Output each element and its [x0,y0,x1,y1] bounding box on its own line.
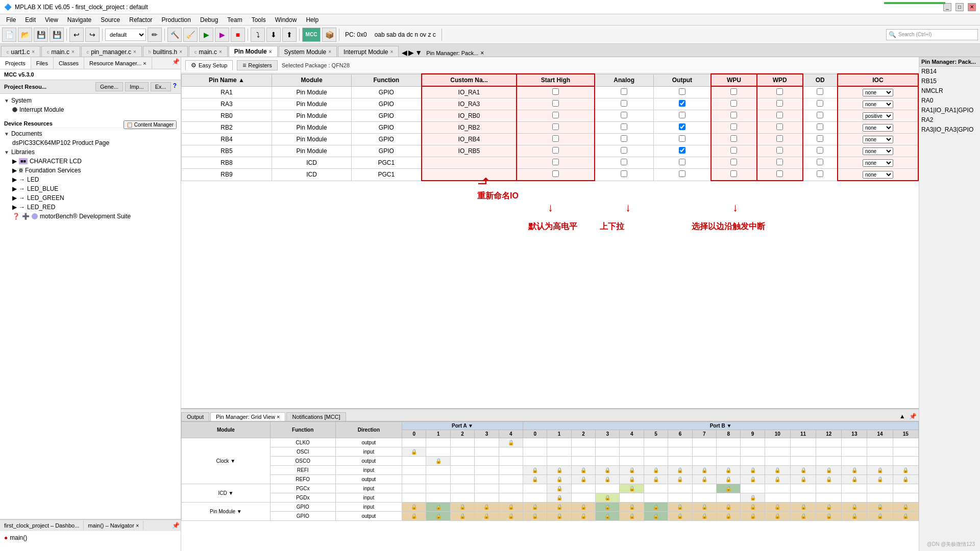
cell-ioc[interactable]: none [838,122,918,134]
cell-analog[interactable] [595,134,654,145]
menu-view[interactable]: View [41,15,62,24]
cell-refi-b13[interactable]: 🔒 [842,466,867,475]
sidebar-tab-files[interactable]: Files [31,57,54,69]
cell-refo-b13[interactable]: 🔒 [842,475,867,484]
cell-refo-b0[interactable]: 🔒 [523,475,547,484]
tree-led-blue[interactable]: ▶ → LED_BLUE [12,184,177,193]
minimize-panel-icon[interactable]: ▲ [899,413,905,420]
cell-od[interactable] [803,145,838,157]
cell-gpio-out-b1[interactable]: 🔒 [547,512,571,521]
cell-gpio-out-b2[interactable]: 🔒 [571,512,595,521]
cell-gpio-out-b5[interactable]: 🔒 [644,512,668,521]
cell-od[interactable] [803,169,838,181]
menu-navigate[interactable]: Navigate [63,15,95,24]
mcc-btn[interactable]: MCC [302,28,321,42]
cell-gpio-out-a0[interactable]: 🔒 [402,512,426,521]
cell-od[interactable] [803,122,838,134]
cell-gpio-in-b2[interactable]: 🔒 [571,503,595,512]
cell-refo-b11[interactable]: 🔒 [790,475,816,484]
cell-gpio-in-a3[interactable]: 🔒 [475,503,499,512]
cell-gpio-in-a2[interactable]: 🔒 [450,503,474,512]
cell-start-high[interactable] [517,122,594,134]
cell-refi-b6[interactable]: 🔒 [668,466,692,475]
cell-gpio-out-b6[interactable]: 🔒 [668,512,692,521]
new-btn[interactable]: 📄 [2,28,16,42]
tree-system[interactable]: ▼ System [4,96,177,105]
cell-refi-b0[interactable]: 🔒 [523,466,547,475]
cell-gpio-out-b13[interactable]: 🔒 [842,512,867,521]
cell-analog[interactable] [595,145,654,157]
run-btn[interactable]: ▶ [199,28,213,42]
cell-output[interactable] [653,122,711,134]
cell-analog[interactable] [595,157,654,169]
notifications-tab[interactable]: Notifications [MCC] [286,412,346,421]
tree-libraries[interactable]: ▼ Libraries [4,147,177,157]
help-icon[interactable]: ? [173,82,177,91]
cell-wpu[interactable] [711,169,757,181]
cell-ioc[interactable]: none [838,134,918,145]
cell-refo-b5[interactable]: 🔒 [644,475,668,484]
sidebar-tab-classes[interactable]: Classes [54,57,84,69]
cell-gpio-out-b12[interactable]: 🔒 [816,512,842,521]
cell-ioc[interactable]: nonepositive [838,110,918,122]
menu-tools[interactable]: Tools [248,15,270,24]
export-btn[interactable]: Ex... [151,82,171,91]
cell-refi-b3[interactable]: 🔒 [596,466,620,475]
cell-analog[interactable] [595,86,654,98]
cell-analog[interactable] [595,169,654,181]
cell-refi-b9[interactable]: 🔒 [741,466,765,475]
cell-wpd[interactable] [757,122,803,134]
navigator-tab[interactable]: main() – Navigator × [84,521,143,530]
cell-osco-a1[interactable]: 🔒 [426,457,450,466]
tab-pin-module[interactable]: Pin Module × [229,46,278,57]
cell-od[interactable] [803,86,838,98]
cell-wpu[interactable] [711,134,757,145]
cell-start-high[interactable] [517,169,594,181]
save-btn[interactable]: 💾 [34,28,48,42]
cell-output[interactable] [653,98,711,110]
cell-wpd[interactable] [757,169,803,181]
stop-btn[interactable]: ■ [231,28,245,42]
cell-start-high[interactable] [517,98,594,110]
cell-ioc[interactable]: none [838,157,918,169]
cell-refi-b4[interactable]: 🔒 [620,466,644,475]
cell-gpio-in-b4[interactable]: 🔒 [620,503,644,512]
menu-source[interactable]: Source [96,15,124,24]
sidebar-pin-icon[interactable]: 📌 [172,58,180,65]
cell-refi-b14[interactable]: 🔒 [867,466,893,475]
cell-wpd[interactable] [757,157,803,169]
tab-uart1c[interactable]: c uart1.c × [1,46,40,57]
cell-gpio-out-a3[interactable]: 🔒 [475,512,499,521]
maximize-btn[interactable]: □ [955,3,964,11]
cell-gpio-in-b6[interactable]: 🔒 [668,503,692,512]
cell-od[interactable] [803,98,838,110]
tree-interrupt-module[interactable]: Interrupt Module [12,105,177,114]
cell-refo-b8[interactable]: 🔒 [716,475,740,484]
cell-start-high[interactable] [517,110,594,122]
undo-btn[interactable]: ↩ [69,28,84,42]
dashboard-tab[interactable]: first_clock_project – Dashbo... [0,521,84,530]
cell-refi-b15[interactable]: 🔒 [893,466,918,475]
cell-od[interactable] [803,134,838,145]
tab-interrupt-module[interactable]: Interrupt Module × [338,46,399,57]
cell-gpio-in-b12[interactable]: 🔒 [816,503,842,512]
tree-char-lcd[interactable]: ▶ ■■ CHARACTER LCD [12,157,177,166]
cell-refi-b12[interactable]: 🔒 [816,466,842,475]
output-tab[interactable]: Output [181,412,209,421]
tree-documents[interactable]: ▼ Documents [4,129,177,138]
cell-pgcx-b8[interactable]: 🔒 [716,484,740,493]
tab-pin-manager-c[interactable]: c pin_manager.c × [81,46,142,57]
cell-gpio-out-b11[interactable]: 🔒 [790,512,816,521]
cell-wpd[interactable] [757,145,803,157]
sidebar-bottom-pin[interactable]: 📌 [171,521,181,530]
cell-pgcx-b4[interactable]: 🔒 [620,484,644,493]
cell-wpd[interactable] [757,110,803,122]
tree-led[interactable]: ▶ → LED [12,175,177,184]
generate-btn[interactable]: Gene... [95,82,123,91]
cell-gpio-in-b3[interactable]: 🔒 [596,503,620,512]
close-uart1c[interactable]: × [32,49,35,55]
cell-output[interactable] [653,157,711,169]
cell-wpu[interactable] [711,145,757,157]
close-pin-manager-c[interactable]: × [133,49,136,55]
close-system-module[interactable]: × [328,49,331,55]
